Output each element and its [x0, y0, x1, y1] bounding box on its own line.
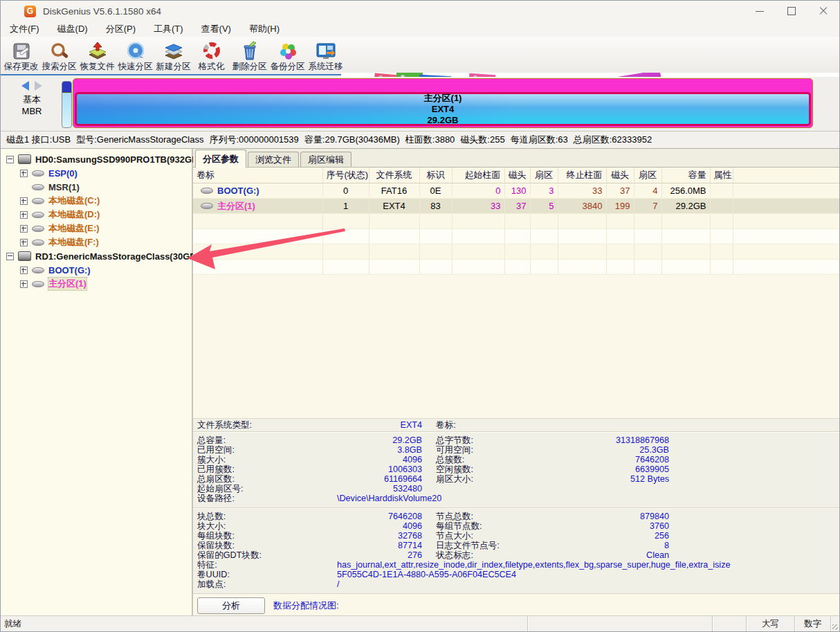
disk-info-segment: 容量:29.7GB(30436MB): [304, 134, 400, 146]
partition-size: 29.2GB: [428, 115, 459, 126]
detail-label: 起始扇区号:: [193, 484, 335, 494]
tree-item-disk-d[interactable]: 本地磁盘(D:): [1, 208, 100, 222]
tree-item-primary-partition[interactable]: 主分区(1): [1, 277, 86, 291]
tree-item-disk-e[interactable]: 本地磁盘(E:): [1, 222, 100, 235]
analyze-button[interactable]: 分析: [197, 597, 265, 614]
detail-value: 4096: [335, 521, 422, 531]
recover-files-button[interactable]: 恢复文件: [78, 38, 116, 74]
detail-value: 512 Bytes: [541, 474, 669, 484]
menu-bar: 文件(F) 磁盘(D) 分区(P) 工具(T) 查看(V) 帮助(H): [1, 21, 839, 37]
new-partition-button[interactable]: 新建分区: [154, 38, 192, 74]
disk-nav: 基本 MBR: [10, 81, 53, 116]
prev-disk-icon[interactable]: [21, 81, 29, 91]
partition-table: 卷标序号(状态) 文件系统标识 起始柱面磁头 扇区终止柱面 磁头扇区 容量属性 …: [193, 168, 839, 275]
tree-item-rd1[interactable]: RD1:GenericMassStorageClass(30GB): [1, 249, 199, 263]
close-button[interactable]: [807, 1, 839, 21]
tree-item-disk-f[interactable]: 本地磁盘(F:): [1, 235, 99, 249]
detail-label: 特征:: [193, 560, 335, 570]
tree-item-disk-c[interactable]: 本地磁盘(C:): [1, 194, 100, 208]
tree-item-msr[interactable]: MSR(1): [1, 180, 80, 194]
disk-scheme-label: MBR: [10, 106, 53, 116]
backup-partition-icon: [268, 38, 307, 62]
disk-icon: [18, 251, 31, 261]
detail-label: 保留块数:: [193, 541, 335, 550]
detail-value: 256: [541, 531, 669, 541]
volume-label-label: 卷标:: [436, 419, 541, 431]
expander-plus-icon[interactable]: [20, 239, 28, 246]
expander-plus-icon[interactable]: [20, 267, 28, 274]
detail-value: 3.8GB: [335, 445, 422, 455]
format-icon: [192, 38, 230, 62]
table-row-boot[interactable]: BOOT(G:) 0FAT16 0E0 1303 3337 4256.0MB: [193, 183, 839, 199]
detail-value: 1006303: [335, 464, 422, 474]
format-button[interactable]: 格式化: [192, 38, 230, 74]
detail-label: 卷UUID:: [193, 570, 335, 579]
table-empty-row: [193, 229, 839, 244]
detail-label: 块总数:: [193, 512, 335, 521]
expander-minus-icon[interactable]: [6, 156, 14, 163]
backup-partition-button[interactable]: 备份分区: [268, 38, 307, 74]
menu-partition[interactable]: 分区(P): [97, 21, 145, 37]
status-cell: [713, 616, 746, 631]
tab-sector-edit[interactable]: 扇区编辑: [300, 152, 351, 167]
table-empty-row: [193, 244, 839, 260]
menu-view[interactable]: 查看(V): [192, 21, 240, 37]
partition-name: 主分区(1): [424, 93, 462, 104]
system-migrate-button[interactable]: 系统迁移: [307, 38, 345, 74]
menu-help[interactable]: 帮助(H): [240, 21, 289, 37]
tree-item-esp[interactable]: ESP(0): [1, 166, 77, 180]
maximize-button[interactable]: [776, 1, 807, 21]
detail-label: 保留的GDT块数:: [193, 550, 335, 560]
expander-plus-icon[interactable]: [20, 170, 28, 177]
delete-partition-button[interactable]: 删除分区: [230, 38, 268, 74]
resize-grip-icon[interactable]: [831, 616, 839, 631]
detail-label: 总扇区数:: [193, 474, 335, 484]
table-row-primary[interactable]: 主分区(1) 1EXT4 8333 375 3840199 729.2GB: [193, 199, 839, 214]
detail-value: Clean: [541, 550, 669, 560]
table-header-row: 卷标序号(状态) 文件系统标识 起始柱面磁头 扇区终止柱面 磁头扇区 容量属性: [193, 168, 839, 183]
expander-plus-icon[interactable]: [20, 211, 28, 219]
detail-label: 总字节数:: [436, 435, 541, 445]
detail-label: 状态标志:: [436, 550, 541, 560]
main-partition-block[interactable]: 主分区(1) EXT4 29.2GB: [73, 78, 813, 128]
expander-plus-icon[interactable]: [20, 225, 28, 233]
system-migrate-icon: [307, 38, 345, 62]
menu-file[interactable]: 文件(F): [1, 21, 48, 37]
menu-disk[interactable]: 磁盘(D): [48, 21, 97, 37]
expander-plus-icon[interactable]: [20, 280, 28, 288]
detail-label: 每组节点数:: [436, 521, 541, 531]
fs-type-value: EXT4: [335, 420, 422, 430]
menu-tools[interactable]: 工具(T): [145, 21, 192, 37]
fs-type-label: 文件系统类型:: [193, 419, 335, 431]
search-partition-button[interactable]: 搜索分区: [40, 38, 78, 74]
detail-label: 块大小:: [193, 521, 335, 531]
tree-item-boot-g[interactable]: BOOT(G:): [1, 263, 91, 277]
minimize-button[interactable]: [744, 1, 776, 21]
detail-value: 31318867968: [541, 435, 669, 445]
disk-type-label: 基本: [10, 93, 53, 106]
disk-info-segment: 柱面数:3880: [405, 134, 455, 146]
next-disk-icon[interactable]: [35, 81, 42, 91]
save-changes-button[interactable]: 保存更改: [2, 38, 40, 74]
tab-browse-files[interactable]: 浏览文件: [248, 152, 299, 167]
status-cell: [528, 616, 713, 631]
recover-files-icon: [78, 38, 116, 62]
partition-icon: [201, 203, 213, 209]
expander-plus-icon[interactable]: [20, 197, 28, 205]
detail-value: 87714: [335, 541, 422, 550]
boot-partition-block[interactable]: [62, 81, 72, 128]
delete-partition-icon: [230, 38, 268, 62]
detail-value: 61169664: [335, 474, 422, 484]
quick-partition-button[interactable]: 快速分区: [116, 38, 154, 74]
partition-icon: [32, 212, 44, 218]
tab-strip: 分区参数 浏览文件 扇区编辑: [193, 149, 839, 168]
tab-partition-parameters[interactable]: 分区参数: [195, 150, 246, 168]
tree-item-hd0[interactable]: HD0:SamsungSSD990PRO1TB(932GB): [1, 152, 201, 166]
disk-info-segment: 磁头数:255: [460, 134, 504, 146]
expander-minus-icon[interactable]: [6, 253, 14, 260]
detail-label: 可用空间:: [436, 445, 541, 455]
detail-value: 7646208: [335, 512, 422, 521]
detail-label: 已用空间:: [193, 445, 335, 455]
new-partition-icon: [154, 38, 192, 62]
partition-icon: [32, 226, 44, 232]
